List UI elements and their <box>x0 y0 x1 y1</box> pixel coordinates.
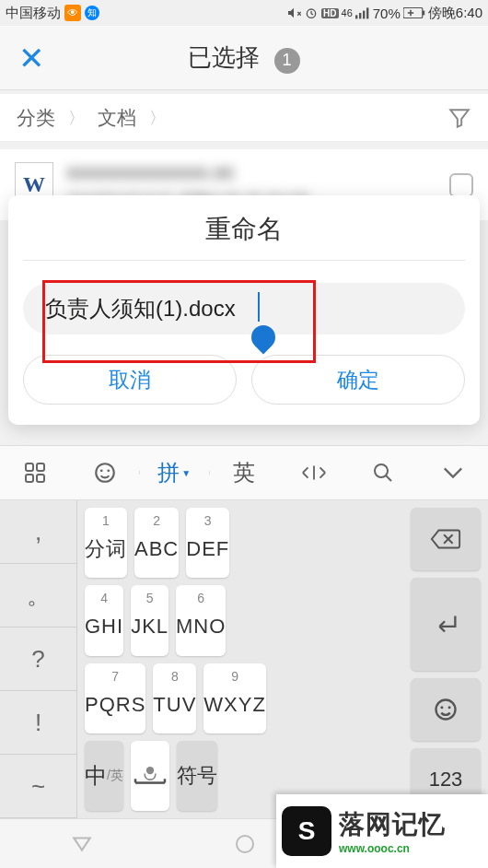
kbd-comma[interactable]: , <box>0 500 77 564</box>
battery-pct: 70% <box>373 6 401 21</box>
kbd-key-9[interactable]: 9WXYZ <box>203 663 266 733</box>
svg-rect-12 <box>37 463 44 471</box>
watermark-cn: 落网记忆 <box>339 807 446 842</box>
keyboard: , 。 ? ! ~ 1分词 2ABC 3DEF 4GHI 5JKL 6MNO 7… <box>0 500 488 818</box>
kbd-emoji-icon[interactable] <box>70 461 140 485</box>
selection-count-badge: 1 <box>274 48 300 74</box>
clock-text: 傍晚6:40 <box>428 5 482 22</box>
mute-icon <box>286 6 301 20</box>
svg-rect-8 <box>423 11 424 16</box>
zhihu-icon: 知 <box>85 6 99 20</box>
cancel-button[interactable]: 取消 <box>23 355 237 405</box>
kbd-enter[interactable] <box>411 578 481 672</box>
battery-icon <box>403 7 425 18</box>
hd-badge: HD <box>321 8 338 18</box>
selection-header: ✕ 已选择 1 <box>0 26 488 90</box>
kbd-tilde[interactable]: ~ <box>0 755 77 818</box>
svg-point-21 <box>146 767 154 774</box>
svg-rect-3 <box>355 15 357 18</box>
kbd-symbol[interactable]: 符号 <box>177 741 217 811</box>
kbd-key-5[interactable]: 5JKL <box>131 585 168 655</box>
svg-point-25 <box>440 706 443 709</box>
file-name-blurred: xxxxxxxxxxxxxx.oc <box>66 160 436 184</box>
chevron-right-icon: 〉 <box>149 107 166 129</box>
kbd-apps-icon[interactable] <box>0 462 70 484</box>
svg-point-27 <box>237 836 253 852</box>
kbd-key-7[interactable]: 7PQRS <box>85 663 145 733</box>
svg-line-20 <box>386 475 391 481</box>
svg-point-16 <box>99 469 102 472</box>
svg-point-26 <box>448 706 451 709</box>
file-checkbox[interactable] <box>449 173 473 197</box>
header-title-text: 已选择 <box>188 43 260 71</box>
svg-rect-4 <box>359 13 361 18</box>
kbd-period[interactable]: 。 <box>0 564 77 628</box>
kbd-question[interactable]: ? <box>0 628 77 691</box>
dialog-title: 重命名 <box>23 212 465 247</box>
text-cursor <box>258 292 260 322</box>
svg-point-17 <box>107 469 110 472</box>
kbd-pinyin-tab[interactable]: 拼▼ <box>139 458 209 487</box>
nav-home-icon[interactable] <box>234 833 256 855</box>
kbd-key-4[interactable]: 4GHI <box>85 585 123 655</box>
kbd-backspace[interactable] <box>411 508 481 570</box>
svg-rect-13 <box>26 475 33 482</box>
svg-rect-5 <box>363 11 365 19</box>
svg-line-2 <box>311 14 313 15</box>
signal-icon <box>355 6 370 19</box>
svg-point-24 <box>436 700 456 720</box>
net-type: 46 <box>342 7 353 18</box>
watermark-overlay: S 落网记忆 www.oooc.cn <box>276 794 488 868</box>
rename-dialog: 重命名 取消 确定 <box>8 195 480 425</box>
breadcrumb: 分类 〉 文档 〉 <box>0 94 488 142</box>
kbd-emoji-face[interactable] <box>411 678 481 741</box>
breadcrumb-docs[interactable]: 文档 <box>98 105 136 131</box>
kbd-space-voice[interactable] <box>131 741 169 811</box>
alarm-icon <box>304 6 319 20</box>
kbd-english-tab[interactable]: 英 <box>209 458 279 487</box>
kbd-cursor-icon[interactable] <box>279 463 349 483</box>
svg-point-19 <box>375 464 388 477</box>
kbd-collapse-icon[interactable] <box>418 466 488 479</box>
chevron-right-icon: 〉 <box>68 107 85 129</box>
svg-rect-14 <box>37 475 44 482</box>
kbd-key-3[interactable]: 3DEF <box>186 508 229 578</box>
confirm-button[interactable]: 确定 <box>251 355 465 405</box>
kbd-right-column: 123 <box>411 500 488 818</box>
rename-input[interactable] <box>40 285 448 333</box>
nav-back-icon[interactable] <box>70 832 94 856</box>
breadcrumb-category[interactable]: 分类 <box>17 105 55 131</box>
kbd-punct-column: , 。 ? ! ~ <box>0 500 77 818</box>
status-bar: 中国移动 👁 知 HD 46 70% 傍晚6:40 <box>0 0 488 26</box>
svg-rect-11 <box>26 463 33 471</box>
weibo-icon: 👁 <box>64 5 81 21</box>
ime-toolbar: 拼▼ 英 <box>0 445 488 500</box>
kbd-key-6[interactable]: 6MNO <box>176 585 226 655</box>
svg-point-15 <box>96 463 114 482</box>
kbd-lang-toggle[interactable]: 中/英 <box>85 741 123 811</box>
watermark-logo: S <box>282 806 331 856</box>
close-icon[interactable]: ✕ <box>18 40 44 76</box>
kbd-key-1[interactable]: 1分词 <box>85 508 127 578</box>
kbd-key-2[interactable]: 2ABC <box>134 508 179 578</box>
carrier-label: 中国移动 <box>6 5 61 22</box>
kbd-key-8[interactable]: 8TUV <box>153 663 196 733</box>
kbd-search-icon[interactable] <box>349 462 419 484</box>
watermark-url: www.oooc.cn <box>339 842 446 855</box>
kbd-exclaim[interactable]: ! <box>0 691 77 755</box>
filter-icon[interactable] <box>447 106 471 130</box>
svg-rect-6 <box>366 7 368 18</box>
